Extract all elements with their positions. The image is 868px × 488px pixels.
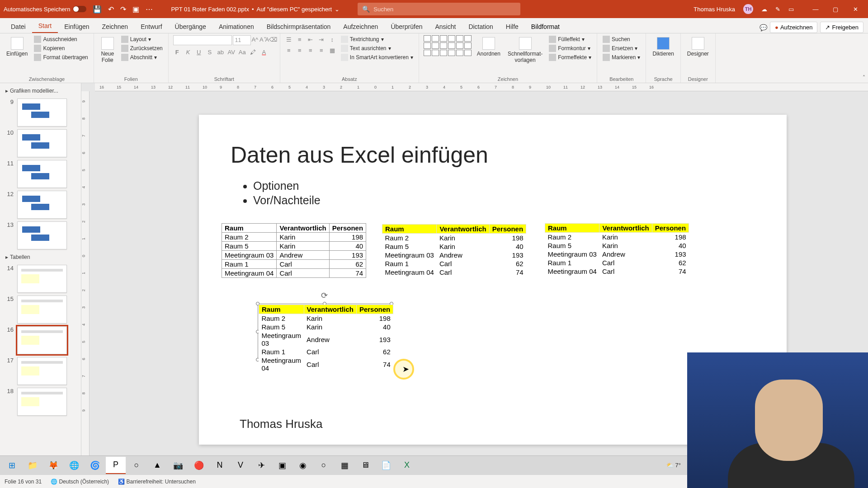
slide-thumbnail[interactable]: 14 xyxy=(5,265,75,293)
designer-button[interactable]: Designer xyxy=(685,35,711,59)
taskbar-app[interactable]: 🔴 xyxy=(189,457,209,474)
find-button[interactable]: Suchen xyxy=(602,35,641,43)
ribbon-mode-icon[interactable]: ▭ xyxy=(788,6,794,13)
collapse-ribbon-icon[interactable]: ˄ xyxy=(863,75,865,81)
slide-thumbnail[interactable]: 12 xyxy=(5,191,75,219)
align-text-button[interactable]: Text ausrichten ▾ xyxy=(340,44,414,52)
save-icon[interactable]: 💾 xyxy=(93,5,102,14)
cut-button[interactable]: Ausschneiden xyxy=(33,35,89,43)
text-direction-button[interactable]: Textrichtung ▾ xyxy=(340,35,414,43)
strikethrough-button[interactable]: S xyxy=(206,48,214,56)
slide-footer[interactable]: Thomas Hruska xyxy=(240,417,323,431)
taskbar-app-firefox[interactable]: 🦊 xyxy=(43,457,63,474)
shape-outline-button[interactable]: Formkontur ▾ xyxy=(548,44,592,52)
user-name[interactable]: Thomas Hruska xyxy=(693,6,735,13)
tab-bildformat[interactable]: Bildformat xyxy=(525,20,566,33)
thumbnail-section-header[interactable]: ▸ Grafiken modellier... xyxy=(5,86,75,96)
record-button[interactable]: ●Aufzeichnen xyxy=(770,22,817,33)
slide-thumbnail[interactable]: 16 xyxy=(5,326,75,354)
convert-smartart-button[interactable]: In SmartArt konvertieren ▾ xyxy=(340,53,414,61)
copy-button[interactable]: Kopieren xyxy=(33,44,89,52)
slide-thumbnail[interactable]: 15 xyxy=(5,296,75,324)
bullets-icon[interactable]: ☰ xyxy=(285,35,293,43)
slide-thumbnail[interactable]: 11 xyxy=(5,160,75,188)
tab-aufzeichnen[interactable]: Aufzeichnen xyxy=(337,20,384,33)
taskbar-app[interactable]: ▣ xyxy=(272,457,292,474)
shapes-gallery[interactable] xyxy=(424,35,472,56)
table-bordered[interactable]: RaumVerantwortlichPersonenRaum 2Karin198… xyxy=(222,223,366,278)
slide-thumbnail[interactable]: 18 xyxy=(5,388,75,416)
font-name-combo[interactable] xyxy=(173,35,232,45)
highlight-icon[interactable]: 🖍 xyxy=(249,48,257,56)
quick-styles-button[interactable]: Schnellformat- vorlagen xyxy=(506,35,544,65)
increase-font-icon[interactable]: A^ xyxy=(251,35,259,43)
slide-counter[interactable]: Folie 16 von 31 xyxy=(5,479,42,485)
taskbar-app[interactable]: 📄 xyxy=(376,457,396,474)
tab-uebergaenge[interactable]: Übergänge xyxy=(169,20,212,33)
tab-einfuegen[interactable]: Einfügen xyxy=(58,20,95,33)
taskbar-app-chrome[interactable]: 🌐 xyxy=(64,457,84,474)
share-button[interactable]: ↗Freigeben xyxy=(820,22,863,33)
reset-button[interactable]: Zurücksetzen xyxy=(120,44,164,52)
decrease-indent-icon[interactable]: ⇤ xyxy=(307,35,315,43)
justify-icon[interactable]: ≡ xyxy=(317,46,326,54)
language-status[interactable]: 🌐 Deutsch (Österreich) xyxy=(51,479,109,485)
tab-start[interactable]: Start xyxy=(32,19,58,33)
more-qat-icon[interactable]: ⋯ xyxy=(146,5,153,14)
tab-hilfe[interactable]: Hilfe xyxy=(500,20,525,33)
shape-fill-button[interactable]: Fülleffekt ▾ xyxy=(548,35,592,43)
change-case-icon[interactable]: Aa xyxy=(238,48,246,56)
tab-zeichnen[interactable]: Zeichnen xyxy=(96,20,135,33)
slide-thumbnail[interactable]: 17 xyxy=(5,357,75,385)
format-painter-button[interactable]: Format übertragen xyxy=(33,53,89,61)
maximize-button[interactable]: ▢ xyxy=(826,2,844,16)
align-right-icon[interactable]: ≡ xyxy=(307,46,315,54)
clear-formatting-icon[interactable]: A⌫ xyxy=(267,35,275,43)
font-color-icon[interactable]: A xyxy=(260,48,268,56)
table-yellow-1[interactable]: RaumVerantwortlichPersonenRaum 2Karin198… xyxy=(382,224,526,277)
line-spacing-icon[interactable]: ↕ xyxy=(328,35,336,43)
undo-icon[interactable]: ↶ xyxy=(108,5,114,14)
sync-icon[interactable]: ☁ xyxy=(761,6,767,13)
rotate-handle[interactable] xyxy=(321,291,328,298)
tab-bildschirmpraesentation[interactable]: Bildschirmpräsentation xyxy=(260,20,337,33)
new-slide-button[interactable]: Neue Folie xyxy=(99,35,117,65)
shape-effects-button[interactable]: Formeffekte ▾ xyxy=(548,53,592,61)
columns-icon[interactable]: ▦ xyxy=(328,46,336,54)
taskbar-app-explorer[interactable]: 📁 xyxy=(23,457,42,474)
slideshow-icon[interactable]: ▣ xyxy=(132,5,139,14)
taskbar-app-visio[interactable]: V xyxy=(231,457,250,474)
increase-indent-icon[interactable]: ⇥ xyxy=(317,35,326,43)
slide-thumbnail[interactable]: 9 xyxy=(5,99,75,127)
shadow-button[interactable]: ab xyxy=(217,48,225,56)
ink-icon[interactable]: ✎ xyxy=(775,6,780,13)
align-left-icon[interactable]: ≡ xyxy=(285,46,293,54)
arrange-button[interactable]: Anordnen xyxy=(475,35,502,59)
search-input[interactable] xyxy=(373,6,516,13)
accessibility-status[interactable]: ♿ Barrierefreiheit: Untersuchen xyxy=(118,479,196,485)
tab-datei[interactable]: Datei xyxy=(5,20,32,33)
minimize-button[interactable]: — xyxy=(807,2,825,16)
replace-button[interactable]: Ersetzen ▾ xyxy=(602,44,641,52)
comments-icon[interactable]: 💬 xyxy=(760,24,767,31)
italic-button[interactable]: K xyxy=(184,48,192,56)
taskbar-app[interactable]: ○ xyxy=(127,457,146,474)
slide-bullets[interactable]: Optionen Vor/Nachteile xyxy=(240,178,321,208)
close-button[interactable]: ✕ xyxy=(846,2,864,16)
table-yellow-2[interactable]: RaumVerantwortlichPersonenRaum 2Karin198… xyxy=(545,223,689,276)
thumbnail-panel[interactable]: ▸ Grafiken modellier... 910111213 ▸ Tabe… xyxy=(0,83,81,474)
align-center-icon[interactable]: ≡ xyxy=(296,46,304,54)
taskbar-app-excel[interactable]: X xyxy=(397,457,417,474)
slide-thumbnail[interactable]: 13 xyxy=(5,221,75,249)
bold-button[interactable]: F xyxy=(173,48,181,56)
taskbar-app-onenote[interactable]: N xyxy=(210,457,230,474)
chevron-down-icon[interactable]: ⌄ xyxy=(335,6,340,13)
taskbar-app[interactable]: ◉ xyxy=(293,457,313,474)
taskbar-app[interactable]: ▦ xyxy=(335,457,354,474)
select-button[interactable]: Markieren ▾ xyxy=(602,53,641,61)
taskbar-app-edge[interactable]: 🌀 xyxy=(85,457,105,474)
tab-ansicht[interactable]: Ansicht xyxy=(429,20,462,33)
redo-icon[interactable]: ↷ xyxy=(120,5,126,14)
underline-button[interactable]: U xyxy=(195,48,203,56)
font-size-combo[interactable]: 11 xyxy=(233,35,251,45)
